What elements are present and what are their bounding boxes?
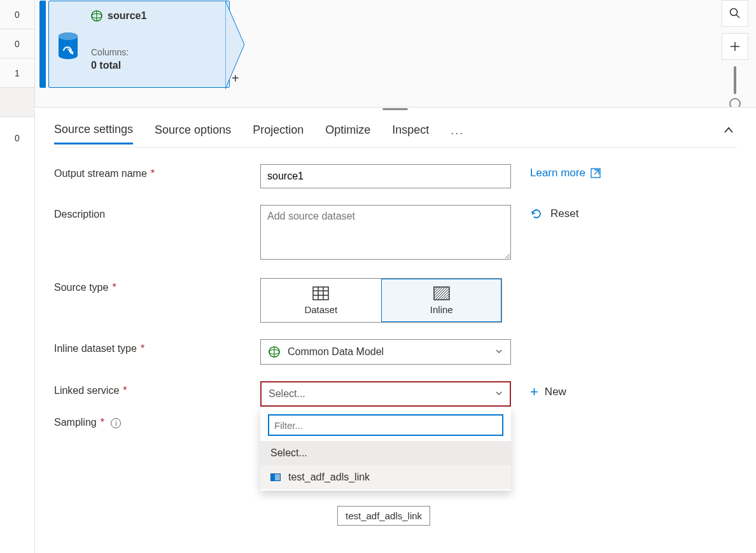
tab-overflow[interactable]: ···: [451, 127, 464, 140]
reset-icon: [530, 207, 543, 220]
inline-dataset-value: Common Data Model: [288, 346, 384, 358]
settings-panel: Source settings Source options Projectio…: [34, 111, 756, 553]
new-linked-service-button[interactable]: New: [545, 386, 566, 398]
dropdown-option-select[interactable]: Select...: [260, 441, 511, 465]
tab-optimize[interactable]: Optimize: [325, 123, 370, 143]
plus-icon: +: [530, 384, 538, 400]
svg-rect-20: [434, 287, 449, 300]
source-type-toggle: Dataset Inline: [260, 278, 502, 323]
description-label: Description: [54, 205, 260, 220]
left-ruler: 0 0 1 0: [0, 0, 34, 153]
zoom-track[interactable]: [734, 66, 736, 94]
source-type-inline[interactable]: Inline: [381, 279, 502, 322]
collapse-panel-button[interactable]: [723, 125, 734, 138]
node-body[interactable]: source1 Columns: 0 total: [48, 1, 230, 88]
chevron-up-icon: [723, 125, 734, 136]
external-link-icon: [591, 168, 601, 178]
output-stream-input[interactable]: [260, 164, 511, 188]
svg-rect-15: [313, 287, 328, 300]
plus-icon: [729, 41, 741, 52]
datastore-icon: [270, 473, 281, 481]
dropdown-option-text: test_adf_adls_link: [288, 472, 370, 483]
svg-line-10: [736, 15, 739, 18]
node-accent: [39, 1, 46, 88]
search-icon: [729, 8, 741, 19]
grip-icon: [382, 108, 408, 110]
dataset-option-text: Dataset: [304, 304, 337, 315]
chevron-down-icon: [495, 388, 503, 400]
tab-source-settings[interactable]: Source settings: [54, 123, 133, 144]
search-button[interactable]: [722, 0, 748, 27]
learn-more-link[interactable]: Learn more: [530, 167, 601, 179]
source-type-dataset[interactable]: Dataset: [261, 279, 381, 322]
inline-dataset-type-label: Inline dataset type*: [54, 339, 260, 354]
inline-icon: [433, 286, 450, 300]
canvas-area: 0 0 1 0: [0, 0, 756, 107]
dropdown-filter-input[interactable]: [268, 414, 503, 436]
dataset-icon: [312, 286, 329, 300]
ruler-cell: 0: [0, 29, 34, 59]
canvas-tools: [722, 0, 748, 109]
output-stream-label: Output stream name*: [54, 164, 260, 179]
linked-service-placeholder: Select...: [269, 388, 305, 400]
form: Output stream name* Learn more Descripti…: [54, 164, 737, 428]
tab-projection[interactable]: Projection: [253, 123, 304, 143]
linked-service-dropdown: Select... test_adf_adls_link: [260, 408, 511, 491]
reset-button[interactable]: Reset: [530, 207, 578, 220]
node-title-text: source1: [108, 10, 146, 22]
svg-line-14: [594, 170, 599, 174]
info-icon[interactable]: i: [111, 418, 121, 428]
source-node[interactable]: source1 Columns: 0 total +: [39, 0, 230, 89]
database-icon: [55, 31, 81, 61]
cdm-icon: [91, 10, 102, 22]
svg-point-3: [59, 52, 78, 59]
add-branch-icon[interactable]: +: [232, 71, 239, 86]
add-node-button[interactable]: [722, 33, 748, 60]
linked-service-label: Linked service*: [54, 381, 260, 396]
sampling-label: Sampling* i: [54, 413, 260, 428]
tab-inspect[interactable]: Inspect: [392, 123, 429, 143]
chevron-down-icon: [495, 346, 503, 358]
cdm-icon: [269, 346, 280, 358]
tooltip: test_adf_adls_link: [337, 506, 430, 526]
svg-point-4: [59, 32, 78, 40]
ruler-cell: 0: [0, 0, 34, 29]
linked-service-select[interactable]: Select...: [260, 381, 511, 407]
ruler-cell: [0, 88, 34, 117]
ruler-cell: 0: [0, 123, 34, 153]
source-type-label: Source type*: [54, 278, 260, 293]
dropdown-option-item[interactable]: test_adf_adls_link: [260, 465, 511, 489]
tab-source-options[interactable]: Source options: [155, 123, 231, 143]
svg-point-9: [731, 9, 738, 16]
node-columns-total: 0 total: [91, 60, 223, 71]
node-title: source1: [91, 10, 223, 22]
ruler-cell: 1: [0, 59, 34, 88]
inline-dataset-select[interactable]: Common Data Model: [260, 339, 511, 365]
inline-option-text: Inline: [430, 304, 453, 315]
description-textarea[interactable]: [260, 205, 511, 260]
node-columns-label: Columns:: [91, 47, 223, 57]
tabs: Source settings Source options Projectio…: [54, 120, 737, 148]
